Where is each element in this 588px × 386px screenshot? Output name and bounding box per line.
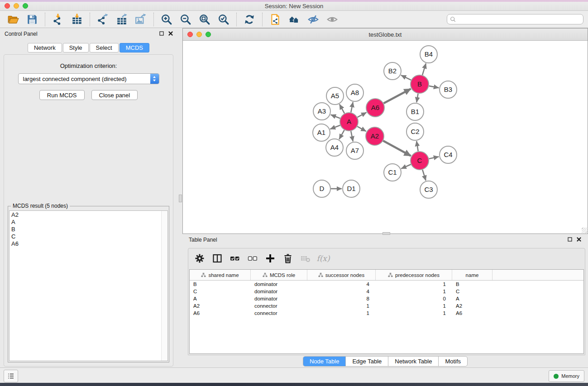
graph-edge-C-C3[interactable]	[422, 170, 425, 181]
graph-edge-B-B2[interactable]	[401, 75, 411, 80]
zoom-in-icon[interactable]	[159, 12, 174, 27]
column-header-MCDS-role[interactable]: MCDS role	[251, 270, 307, 280]
cell-MCDS-role[interactable]: connector	[251, 303, 307, 309]
search-box[interactable]	[447, 14, 583, 24]
zoom-selected-icon[interactable]	[216, 12, 231, 27]
cell-MCDS-role[interactable]: dominator	[251, 289, 307, 294]
column-header-successor-nodes[interactable]: successor nodes	[307, 270, 376, 280]
columns-icon[interactable]	[210, 252, 224, 265]
graph-edge-C-C4[interactable]	[429, 157, 439, 159]
cell-predecessor-nodes[interactable]: 0	[376, 296, 452, 301]
graph-edge-B-B4[interactable]	[422, 63, 426, 75]
cell-successor-nodes[interactable]: 4	[307, 289, 376, 294]
float-panel-icon[interactable]	[159, 31, 164, 36]
graph-edge-A-A6[interactable]	[358, 112, 367, 117]
deselect-all-icon[interactable]	[246, 252, 259, 265]
cell-predecessor-nodes[interactable]: 1	[376, 303, 452, 309]
cell-name[interactable]: A6	[452, 310, 492, 316]
task-history-button[interactable]	[4, 370, 18, 382]
fx-icon: f(x)	[316, 252, 330, 265]
memory-button[interactable]: Memory	[549, 370, 584, 382]
table-row[interactable]: A2connector11A2	[190, 302, 583, 310]
graph-edge-A-A2[interactable]	[357, 126, 366, 131]
search-input[interactable]	[458, 15, 583, 24]
run-mcds-button[interactable]: Run MCDS	[39, 90, 85, 100]
tab-mcds[interactable]: MCDS	[120, 43, 149, 52]
cell-successor-nodes[interactable]: 4	[307, 281, 376, 287]
show-all-icon[interactable]	[325, 12, 340, 27]
close-table-panel-icon[interactable]	[576, 237, 582, 242]
tab-network-table[interactable]: Network Table	[388, 357, 439, 366]
close-panel-icon[interactable]	[168, 31, 173, 36]
cell-shared-name[interactable]: A2	[190, 303, 251, 309]
table-row[interactable]: Bdominator41B	[190, 281, 583, 288]
export-network-icon[interactable]	[95, 12, 110, 27]
graph-edge-B-B1[interactable]	[416, 94, 418, 103]
cell-MCDS-role[interactable]: dominator	[251, 281, 307, 287]
settings-icon[interactable]	[193, 252, 206, 265]
table-row[interactable]: Cdominator41C	[190, 288, 583, 295]
cell-name[interactable]: B	[452, 281, 492, 287]
optimization-criterion-select[interactable]: largest connected component (directed)	[18, 73, 159, 84]
first-neighbors-icon[interactable]	[287, 12, 302, 27]
zoom-fit-icon[interactable]	[197, 12, 212, 27]
add-icon[interactable]	[263, 252, 277, 265]
cell-predecessor-nodes[interactable]: 1	[376, 289, 452, 294]
graph-edge-A-A4[interactable]	[339, 130, 344, 139]
cell-successor-nodes[interactable]: 1	[307, 310, 376, 316]
cell-shared-name[interactable]: B	[190, 281, 251, 287]
graph-edge-C-C2[interactable]	[416, 141, 418, 152]
graph-edge-A-A8[interactable]	[351, 102, 353, 113]
cell-successor-nodes[interactable]: 1	[307, 303, 376, 309]
tab-edge-table[interactable]: Edge Table	[346, 357, 388, 366]
cell-predecessor-nodes[interactable]: 1	[376, 281, 452, 287]
select-all-icon[interactable]	[228, 252, 242, 265]
graph-edge-B-B3[interactable]	[429, 86, 439, 88]
cell-predecessor-nodes[interactable]: 1	[376, 310, 452, 316]
cell-name[interactable]: C	[452, 289, 492, 294]
save-icon[interactable]	[24, 12, 40, 27]
zoom-out-icon[interactable]	[178, 12, 193, 27]
cell-name[interactable]: A	[452, 296, 492, 301]
new-network-doc-icon[interactable]	[268, 12, 283, 27]
float-table-panel-icon[interactable]	[567, 237, 573, 242]
vertical-splitter-handle[interactable]	[179, 195, 182, 202]
tab-network[interactable]: Network	[28, 43, 62, 52]
cell-successor-nodes[interactable]: 8	[307, 296, 376, 301]
scrollbar[interactable]	[161, 211, 167, 361]
export-table-icon[interactable]	[114, 12, 129, 27]
tab-node-table[interactable]: Node Table	[303, 357, 346, 366]
cell-MCDS-role[interactable]: dominator	[251, 296, 307, 301]
cell-MCDS-role[interactable]: connector	[251, 310, 307, 316]
graph-edge-A-A3[interactable]	[331, 115, 340, 119]
cell-shared-name[interactable]: A6	[190, 310, 251, 316]
import-table-icon[interactable]	[69, 12, 85, 27]
delete-icon[interactable]	[281, 252, 295, 265]
table-row[interactable]: Adominator80A	[190, 295, 583, 302]
cell-shared-name[interactable]: C	[190, 289, 251, 294]
close-panel-button[interactable]: Close panel	[91, 90, 138, 100]
column-header-name[interactable]: name	[452, 270, 492, 280]
resize-grip[interactable]	[582, 228, 587, 233]
export-image-icon[interactable]	[133, 12, 148, 27]
tab-style[interactable]: Style	[63, 43, 89, 52]
graph-edge-A2-C[interactable]	[383, 141, 411, 156]
graph-edge-C-C1[interactable]	[401, 164, 411, 168]
tab-motifs[interactable]: Motifs	[439, 357, 467, 366]
column-header-shared-name[interactable]: shared name	[190, 270, 251, 280]
network-canvas[interactable]: B4B2BB3A5A8A6A3AB1A1A2C2A4A7C4CC1C3DD1	[183, 40, 588, 234]
column-header-predecessor-nodes[interactable]: predecessor nodes	[376, 270, 452, 280]
graph-edge-A6-B[interactable]	[384, 89, 411, 103]
cell-name[interactable]: A2	[452, 303, 492, 309]
import-network-icon[interactable]	[50, 12, 66, 27]
tab-select[interactable]: Select	[90, 43, 119, 52]
cell-shared-name[interactable]: A	[190, 296, 251, 301]
graph-edge-A-A7[interactable]	[351, 131, 353, 142]
graph-edge-A-A5[interactable]	[339, 104, 344, 113]
open-folder-icon[interactable]	[5, 12, 21, 27]
refresh-icon[interactable]	[242, 12, 257, 27]
graph-edge-A-A1[interactable]	[330, 125, 340, 129]
hide-selected-icon[interactable]	[306, 12, 321, 27]
table-row[interactable]: A6connector11A6	[190, 310, 583, 317]
mcds-result-list[interactable]: A2ABCA6	[9, 210, 168, 361]
